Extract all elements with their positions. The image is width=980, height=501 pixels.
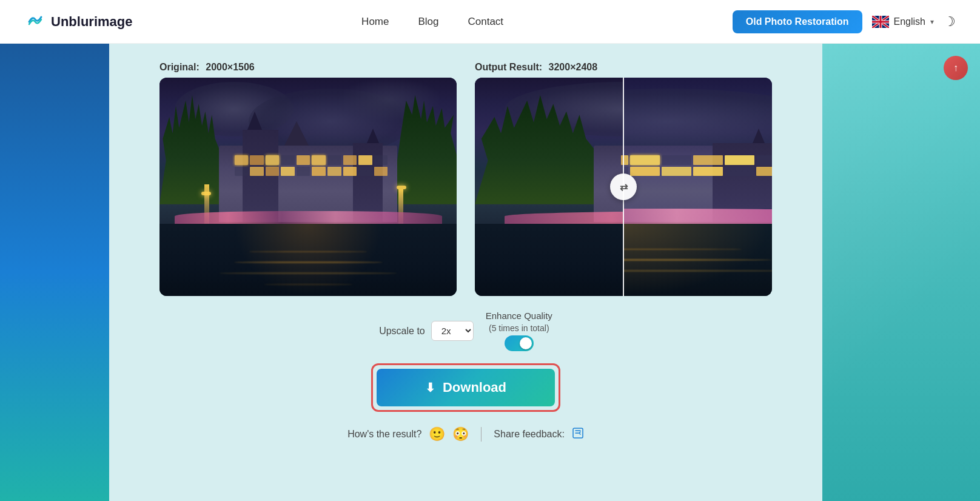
- city-scene-compare-left: [475, 78, 623, 296]
- share-feedback-icon[interactable]: [572, 427, 584, 442]
- right-sidebar-accent: [822, 44, 980, 501]
- right-sidebar: ↑: [822, 44, 980, 501]
- enhance-label-line2: (5 times in total): [489, 323, 549, 333]
- uk-flag-icon: [872, 16, 889, 28]
- center-area: Original: 2000×1506: [109, 44, 822, 501]
- compare-left: [475, 78, 623, 296]
- upscale-enhance-row: Upscale to 2x 1x 4x Enhance Quality (5 t…: [379, 311, 552, 351]
- header: Unblurimage Home Blog Contact Old Photo …: [0, 0, 980, 44]
- compare-right: [623, 78, 772, 296]
- feedback-label: How's the result?: [347, 429, 421, 440]
- chevron-down-icon: ▾: [930, 18, 934, 26]
- upscale-select[interactable]: 2x 1x 4x: [431, 321, 474, 341]
- compare-image-container: ⇄: [475, 78, 772, 296]
- header-right: Old Photo Restoration English ▾ ☽: [733, 10, 956, 33]
- sidebar-button-icon: ↑: [953, 62, 958, 73]
- original-label-text: Original:: [159, 62, 200, 72]
- enhance-label-line1: Enhance Quality: [486, 311, 552, 321]
- original-panel: Original: 2000×1506: [159, 62, 457, 296]
- original-image: [159, 78, 457, 296]
- feedback-divider: [481, 427, 482, 442]
- output-dims: 3200×2408: [549, 62, 598, 72]
- nav-contact[interactable]: Contact: [468, 16, 504, 28]
- old-photo-restoration-button[interactable]: Old Photo Restoration: [733, 10, 862, 33]
- feedback-emoji-sad[interactable]: 😳: [452, 426, 469, 442]
- right-sidebar-action-button[interactable]: ↑: [944, 56, 968, 80]
- nav-links: Home Blog Contact: [361, 16, 503, 28]
- nav-blog[interactable]: Blog: [418, 16, 438, 28]
- enhance-quality-toggle[interactable]: [505, 335, 534, 351]
- controls-area: Upscale to 2x 1x 4x Enhance Quality (5 t…: [133, 311, 798, 442]
- compare-handle[interactable]: ⇄: [610, 173, 637, 200]
- download-icon: ⬇: [425, 380, 435, 395]
- city-scene-compare-right: [623, 78, 772, 296]
- city-scene-original: [159, 78, 457, 296]
- output-label: Output Result: 3200×2408: [475, 62, 772, 73]
- images-row: Original: 2000×1506: [156, 62, 775, 296]
- original-label: Original: 2000×1506: [159, 62, 457, 73]
- left-sidebar: [0, 44, 109, 501]
- original-dims: 2000×1506: [206, 62, 255, 72]
- upscale-label: Upscale to: [379, 326, 425, 337]
- logo-area: Unblurimage: [24, 11, 132, 33]
- download-button[interactable]: ⬇ Download: [377, 369, 555, 406]
- enhance-section: Enhance Quality (5 times in total): [486, 311, 552, 351]
- toggle-knob: [520, 337, 532, 349]
- language-label: English: [894, 16, 925, 27]
- feedback-row: How's the result? 🙂 😳 Share feedback:: [347, 426, 584, 442]
- main-content: Original: 2000×1506: [0, 44, 980, 501]
- download-label: Download: [443, 380, 506, 395]
- share-feedback-label: Share feedback:: [494, 429, 565, 440]
- output-label-text: Output Result:: [475, 62, 542, 72]
- download-btn-wrapper: ⬇ Download: [371, 363, 560, 412]
- logo-icon: [24, 11, 46, 33]
- logo-text: Unblurimage: [51, 14, 132, 30]
- language-selector[interactable]: English ▾: [872, 16, 934, 28]
- compare-handle-icon: ⇄: [620, 181, 628, 193]
- dark-mode-button[interactable]: ☽: [944, 14, 956, 30]
- output-panel: Output Result: 3200×2408: [475, 62, 772, 296]
- nav-home[interactable]: Home: [361, 16, 389, 28]
- feedback-emoji-neutral[interactable]: 🙂: [429, 426, 445, 442]
